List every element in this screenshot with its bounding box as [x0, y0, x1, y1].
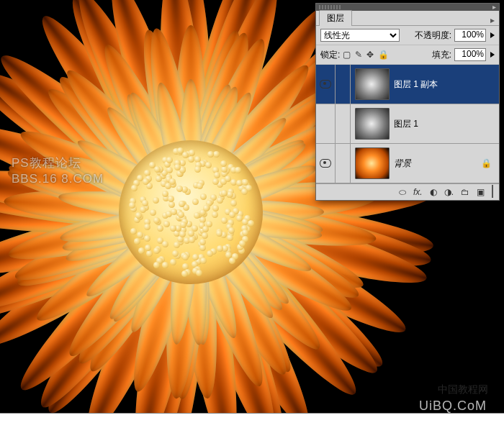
layers-panel: ▸ 图层 ▸ 正常溶解变暗正片叠底线性光颜色明度 不透明度: 100% 锁定: … [315, 3, 500, 201]
lock-position-icon[interactable]: ✥ [366, 50, 374, 60]
new-layer-icon[interactable]: ▣ [477, 187, 485, 197]
fill-input[interactable]: 100% [454, 48, 486, 61]
layer-list: 图层 1 副本图层 1背景🔒 [316, 65, 499, 183]
lock-transparency-icon[interactable]: ▢ [343, 50, 351, 60]
new-group-icon[interactable]: 🗀 [461, 187, 469, 197]
layer-fx-icon[interactable]: fx. [413, 187, 423, 197]
layer-thumbnail[interactable] [355, 147, 390, 179]
layer-name[interactable]: 图层 1 [394, 118, 499, 130]
layer-row[interactable]: 背景🔒 [316, 144, 499, 183]
adjustment-layer-icon[interactable]: ◑. [444, 187, 454, 197]
lock-all-icon[interactable]: 🔒 [378, 50, 389, 60]
panel-menu-icon[interactable]: ▸ [492, 3, 496, 11]
delete-layer-icon[interactable] [492, 187, 493, 197]
eye-icon [320, 80, 331, 88]
layer-name[interactable]: 背景 [394, 158, 481, 170]
lock-pixels-icon[interactable]: ✎ [355, 50, 362, 60]
eye-icon [320, 159, 331, 168]
flower-center [119, 140, 263, 284]
lock-icon: 🔒 [481, 158, 492, 168]
watermark-forum-line1: PS教程论坛 [12, 155, 104, 171]
watermark-forum-line2: BBS.16 8.COM [12, 171, 104, 187]
tab-layers[interactable]: 图层 [319, 10, 352, 26]
link-column[interactable] [336, 65, 351, 104]
layer-mask-icon[interactable]: ◐ [430, 187, 437, 197]
panel-grip-icon [319, 5, 341, 9]
link-column[interactable] [336, 144, 351, 183]
lock-fill-row: 锁定: ▢ ✎ ✥ 🔒 填充: 100% [316, 45, 499, 65]
watermark-faint: 中国教程网 [438, 383, 488, 396]
lock-label: 锁定: [320, 49, 340, 61]
layer-row[interactable]: 图层 1 副本 [316, 65, 499, 104]
link-layers-icon[interactable]: ⬭ [399, 187, 406, 197]
opacity-input[interactable]: 100% [454, 29, 486, 42]
page-border [0, 413, 504, 428]
opacity-slider-icon[interactable] [490, 32, 495, 38]
opacity-label: 不透明度: [415, 29, 451, 42]
link-column[interactable] [336, 104, 351, 143]
layer-thumbnail[interactable] [355, 68, 390, 100]
layer-thumbnail[interactable] [355, 108, 390, 140]
layer-name[interactable]: 图层 1 副本 [394, 78, 499, 91]
panel-status-bar: ⬭ fx. ◐ ◑. 🗀 ▣ [316, 183, 499, 200]
visibility-toggle[interactable] [316, 104, 336, 143]
fill-label: 填充: [432, 49, 451, 61]
panel-tabbar: 图层 ▸ [316, 11, 499, 26]
blend-mode-select[interactable]: 正常溶解变暗正片叠底线性光颜色明度 [320, 29, 400, 42]
fill-slider-icon[interactable] [490, 52, 495, 58]
visibility-toggle[interactable] [316, 144, 336, 183]
layer-row[interactable]: 图层 1 [316, 104, 499, 144]
watermark-forum: PS教程论坛 BBS.16 8.COM [12, 155, 104, 187]
blend-opacity-row: 正常溶解变暗正片叠底线性光颜色明度 不透明度: 100% [316, 26, 499, 45]
lock-icons: ▢ ✎ ✥ 🔒 [343, 50, 389, 60]
watermark-site: UiBQ.CoM [419, 399, 487, 414]
panel-options-icon[interactable]: ▸ [486, 15, 499, 25]
visibility-toggle[interactable] [316, 65, 336, 104]
